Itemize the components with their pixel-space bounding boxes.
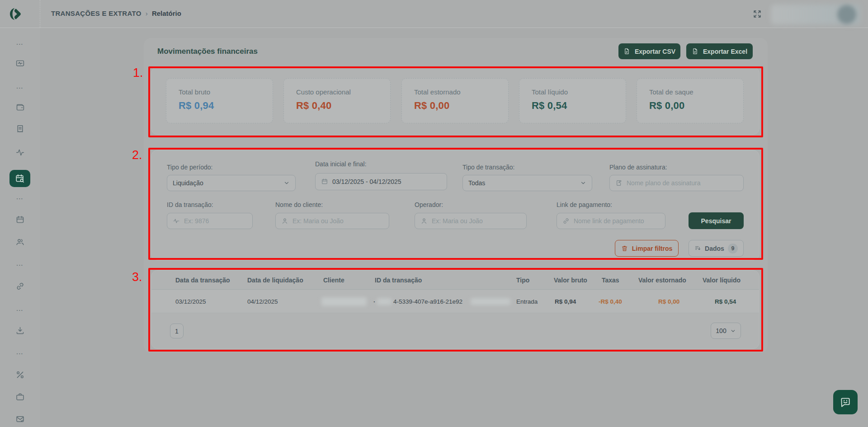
dados-label: Dados xyxy=(705,245,724,252)
sidebar-item-briefcase[interactable] xyxy=(0,392,40,402)
users-icon xyxy=(15,237,25,247)
link-icon xyxy=(15,282,25,291)
clear-filters-button[interactable]: Limpar filtros xyxy=(615,240,679,257)
breadcrumb-section[interactable]: TRANSAÇÕES E EXTRATO xyxy=(51,9,142,17)
card-value: R$ 0,00 xyxy=(649,100,731,112)
sidebar-group-dots: ... xyxy=(0,84,40,89)
top-bar: TRANSAÇÕES E EXTRATO › Relatório xyxy=(0,0,868,28)
user-icon xyxy=(281,217,288,225)
trash-icon xyxy=(621,245,628,252)
activity-icon xyxy=(15,148,25,157)
annotation-number-3: 3. xyxy=(132,270,142,284)
nome-cliente-label: Nome do cliente: xyxy=(275,201,323,208)
sidebar-item-report-active[interactable] xyxy=(9,170,30,187)
summary-card-total-estornado: Total estornado R$ 0,00 xyxy=(401,78,509,123)
export-csv-label: Exportar CSV xyxy=(635,48,675,55)
sort-descending-icon xyxy=(694,245,701,252)
sidebar-item-link[interactable] xyxy=(0,282,40,291)
calendar-icon xyxy=(15,215,25,225)
tipo-periodo-value: Liquidação xyxy=(173,179,203,187)
page-title: Movimentações financeiras xyxy=(157,47,258,56)
export-csv-button[interactable]: Exportar CSV xyxy=(618,43,680,59)
sidebar-item-activity[interactable] xyxy=(0,148,40,157)
app-window: TRANSAÇÕES E EXTRATO › Relatório ... ... xyxy=(0,0,868,427)
tipo-transacao-select[interactable]: Todas xyxy=(462,175,592,191)
breadcrumb: TRANSAÇÕES E EXTRATO › Relatório xyxy=(51,9,181,17)
sidebar-item-mail[interactable] xyxy=(0,414,40,424)
cell-valor-liquido: R$ 0,54 xyxy=(715,290,736,314)
col-tipo: Tipo xyxy=(516,271,529,289)
link-icon xyxy=(562,217,570,225)
col-valor-liquido: Valor líquido xyxy=(703,271,741,289)
sidebar-group-dots: ... xyxy=(0,40,40,46)
id-transacao-input[interactable] xyxy=(184,217,247,225)
operador-input[interactable] xyxy=(432,217,521,225)
card-label: Custo operacional xyxy=(296,88,378,96)
cell-valor-bruto: R$ 0,94 xyxy=(555,290,576,314)
cell-id-bullet: · xyxy=(373,290,376,314)
card-value: R$ 0,94 xyxy=(179,100,260,112)
search-button[interactable]: Pesquisar xyxy=(689,212,744,229)
plano-input-wrap xyxy=(609,175,744,191)
page-size-select[interactable]: 100 xyxy=(711,323,741,339)
summary-cards-panel: Total bruto R$ 0,94 Custo operacional R$… xyxy=(151,67,760,135)
link-pagamento-label: Link de pagamento: xyxy=(557,201,612,208)
calendar-search-icon xyxy=(15,174,25,183)
nome-cliente-input[interactable] xyxy=(292,217,383,225)
percent-icon xyxy=(15,370,25,380)
tipo-periodo-label: Tipo de período: xyxy=(167,164,212,171)
link-pagamento-input[interactable] xyxy=(574,217,660,225)
id-transacao-label: ID da transação: xyxy=(167,201,213,208)
breadcrumb-separator-icon: › xyxy=(146,9,148,17)
sidebar-group-dots: ... xyxy=(0,306,40,312)
dados-count-badge: 9 xyxy=(728,244,738,253)
cell-data-liquidacao: 04/12/2025 xyxy=(247,290,278,314)
page-size-value: 100 xyxy=(716,327,726,334)
chat-support-button[interactable] xyxy=(833,390,858,414)
sidebar-item-wallet[interactable] xyxy=(0,103,40,112)
nome-cliente-input-wrap xyxy=(275,213,389,229)
cell-id-transacao: 4-5339-407e-a916-21e92 xyxy=(393,290,462,314)
sidebar-divider xyxy=(40,0,40,28)
file-icon xyxy=(623,48,630,55)
export-excel-button[interactable]: Exportar Excel xyxy=(686,43,753,59)
summary-card-total-saque: Total de saque R$ 0,00 xyxy=(637,78,744,123)
receipt-icon xyxy=(15,124,25,134)
sidebar-item-percent[interactable] xyxy=(0,370,40,380)
sidebar-item-users[interactable] xyxy=(0,237,40,247)
cell-tipo: Entrada xyxy=(516,290,538,314)
col-valor-bruto: Valor bruto xyxy=(554,271,587,289)
date-range-field[interactable]: 03/12/2025 - 04/12/2025 xyxy=(315,173,447,190)
sidebar-item-receipt[interactable] xyxy=(0,124,40,134)
summary-card-custo-operacional: Custo operacional R$ 0,40 xyxy=(283,78,391,123)
briefcase-icon xyxy=(15,392,25,402)
page-1-button[interactable]: 1 xyxy=(170,324,184,338)
card-label: Total bruto xyxy=(179,88,260,96)
sidebar-group-dots: ... xyxy=(0,195,40,200)
breadcrumb-page: Relatório xyxy=(152,9,181,17)
annotation-number-2: 2. xyxy=(132,148,142,162)
avatar[interactable] xyxy=(837,5,856,24)
card-value: R$ 0,40 xyxy=(296,100,378,112)
file-icon xyxy=(692,48,698,55)
search-button-label: Pesquisar xyxy=(701,217,731,225)
link-pagamento-input-wrap xyxy=(557,213,665,229)
table-row[interactable]: 03/12/2025 04/12/2025 · 4-5339-407e-a916… xyxy=(151,289,759,313)
chevron-down-icon xyxy=(283,180,290,186)
sidebar-item-dashboard[interactable] xyxy=(0,59,40,68)
annotation-number-1: 1. xyxy=(133,66,143,80)
dados-button[interactable]: Dados 9 xyxy=(689,240,744,257)
col-data-liquidacao: Data de liquidação xyxy=(247,271,303,289)
col-id-transacao: ID da transação xyxy=(375,271,422,289)
user-icon xyxy=(420,217,428,225)
cell-data-transacao: 03/12/2025 xyxy=(175,290,206,314)
transactions-table-panel: Data da transação Data de liquidação Cli… xyxy=(151,270,760,349)
brand-logo-icon xyxy=(9,7,23,21)
card-label: Total estornado xyxy=(414,88,496,96)
plano-input[interactable] xyxy=(627,179,738,187)
fullscreen-icon[interactable] xyxy=(752,9,762,19)
sidebar-item-calendar[interactable] xyxy=(0,215,40,225)
sidebar-item-download[interactable] xyxy=(0,326,40,335)
tipo-periodo-select[interactable]: Liquidação xyxy=(167,175,296,191)
col-data-transacao: Data da transação xyxy=(175,271,230,289)
